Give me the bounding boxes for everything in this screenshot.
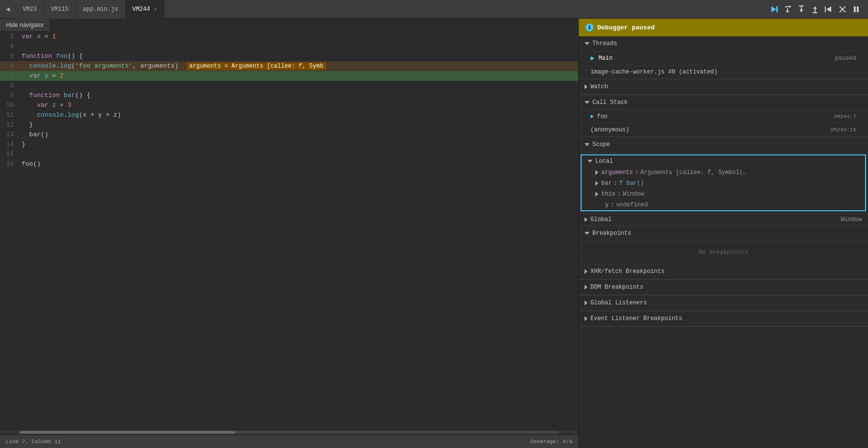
step-into-icon[interactable]: [795, 3, 807, 15]
global-listeners-section: Global Listeners: [579, 296, 868, 311]
deactivate-breakpoints-icon[interactable]: [837, 3, 848, 15]
scope-global-row[interactable]: Global Window: [579, 213, 868, 225]
svg-rect-16: [857, 6, 859, 12]
code-line-10: 10 var z = 3: [0, 100, 578, 110]
tab-bar: ◀ VM23 VM115 app.min.js VM244 ✕: [0, 0, 868, 19]
svg-marker-0: [771, 6, 776, 12]
callstack-header[interactable]: Call Stack: [579, 95, 868, 110]
step-out-icon[interactable]: [809, 3, 821, 15]
thread-main[interactable]: ► Main paused: [579, 51, 868, 66]
code-line-11: 11 console.log(x + y + z): [0, 110, 578, 120]
callstack-item-anon[interactable]: (anonymous) VM244:16: [579, 124, 868, 137]
svg-rect-15: [854, 6, 856, 12]
hide-navigator-button[interactable]: Hide navigator: [0, 19, 50, 32]
scope-header[interactable]: Scope: [579, 137, 868, 152]
code-line-5: 5 function foo() {: [0, 51, 578, 61]
code-line-12: 12 }: [0, 120, 578, 130]
code-line-4: 4: [0, 42, 578, 51]
scope-section: Scope Local arguments : Arguments [calle…: [579, 137, 868, 226]
scope-expand-this-icon: [595, 192, 598, 197]
global-listeners-header[interactable]: Global Listeners: [579, 296, 868, 311]
pause-on-exception-icon[interactable]: [850, 3, 862, 15]
thread-worker-name: image-cache-worker.js #0 (activated): [590, 69, 717, 75]
dom-section: DOM Breakpoints: [579, 280, 868, 296]
breakpoints-header[interactable]: Breakpoints: [579, 226, 868, 241]
debugger-toolbar: [762, 0, 868, 19]
global-listeners-label: Global Listeners: [590, 299, 647, 306]
event-listener-label: Event Listener Breakpoints: [590, 315, 682, 322]
thread-main-status: paused: [835, 55, 856, 62]
xhr-section: XHR/fetch Breakpoints: [579, 264, 868, 280]
tab-vm244[interactable]: VM244 ✕: [126, 0, 165, 19]
scope-prop-this[interactable]: this : Window: [582, 189, 865, 199]
xhr-label: XHR/fetch Breakpoints: [590, 268, 664, 275]
step-left-icon[interactable]: [823, 3, 835, 15]
scope-global-label: Global: [590, 216, 612, 223]
breakpoints-collapse-icon: [585, 232, 589, 235]
threads-label: Threads: [592, 40, 617, 47]
scope-prop-arguments[interactable]: arguments : Arguments [callee: f, Symbol…: [582, 167, 865, 178]
breakpoints-section: Breakpoints No breakpoints: [579, 226, 868, 264]
scope-local-label: Local: [595, 158, 613, 165]
code-line-9: 9 function bar() {: [0, 91, 578, 100]
main-area: Hide navigator 3 var x = 1 4 5 function …: [0, 19, 868, 448]
xhr-expand-icon: [585, 269, 587, 274]
event-listener-section: Event Listener Breakpoints: [579, 311, 868, 327]
callstack-anon-file: VM244:16: [830, 127, 856, 133]
event-listener-expand-icon: [585, 316, 587, 321]
threads-section: Threads ► Main paused image-cache-worker…: [579, 36, 868, 79]
dom-expand-icon: [585, 285, 587, 290]
scope-prop-y: y : undefined: [582, 199, 865, 210]
callstack-active-icon: ►: [590, 113, 594, 120]
svg-marker-11: [826, 6, 831, 12]
tab-app-min-js[interactable]: app.min.js: [76, 0, 126, 19]
thread-worker[interactable]: image-cache-worker.js #0 (activated): [579, 66, 868, 79]
cursor-position: Line 7, Column 11: [6, 439, 61, 445]
code-line-13: 13 bar(): [0, 130, 578, 140]
debugger-paused-banner: i Debugger paused: [579, 19, 868, 36]
callstack-collapse-icon: [585, 101, 589, 104]
watch-header[interactable]: Watch: [579, 79, 868, 95]
tab-close-button[interactable]: ✕: [154, 6, 157, 12]
watch-section: Watch: [579, 79, 868, 95]
scope-local-icon: [587, 160, 592, 163]
dom-label: DOM Breakpoints: [590, 284, 643, 291]
scope-expand-bar-icon: [595, 181, 598, 186]
nav-back-button[interactable]: ◀: [0, 0, 16, 19]
callstack-foo-file: VM244:7: [834, 114, 856, 120]
horizontal-scrollbar[interactable]: [0, 429, 578, 434]
tab-vm23[interactable]: VM23: [16, 0, 44, 19]
step-over-icon[interactable]: [782, 3, 793, 15]
callstack-foo-name: foo: [597, 113, 608, 120]
svg-rect-1: [776, 6, 778, 12]
svg-marker-4: [786, 11, 790, 13]
code-line-7: 7 var y = 2: [0, 71, 578, 81]
debugger-paused-label: Debugger paused: [597, 24, 655, 31]
scope-local-header[interactable]: Local: [582, 155, 865, 167]
callstack-section: Call Stack ► foo VM244:7 (anonymous) VM2…: [579, 95, 868, 137]
code-editor[interactable]: 3 var x = 1 4 5 function foo() { 6 conso…: [0, 32, 578, 429]
code-line-14: 14 }: [0, 140, 578, 149]
threads-collapse-icon: [585, 42, 589, 45]
scope-global-val: Window: [841, 216, 862, 223]
scope-collapse-icon: [585, 143, 589, 146]
breakpoints-label: Breakpoints: [592, 230, 631, 237]
watch-expand-icon: [585, 84, 587, 89]
callstack-label: Call Stack: [592, 99, 628, 106]
code-line-15: 15: [0, 149, 578, 159]
threads-header[interactable]: Threads: [579, 36, 868, 51]
scope-expand-icon: [595, 170, 598, 175]
event-listener-header[interactable]: Event Listener Breakpoints: [579, 311, 868, 326]
info-icon: i: [586, 24, 593, 31]
xhr-header[interactable]: XHR/fetch Breakpoints: [579, 264, 868, 279]
tab-vm115[interactable]: VM115: [44, 0, 76, 19]
scope-prop-bar[interactable]: bar : f bar(): [582, 178, 865, 189]
code-line-16: 16 foo(): [0, 159, 578, 169]
callstack-item-foo[interactable]: ► foo VM244:7: [579, 110, 868, 124]
resume-icon[interactable]: [768, 3, 780, 15]
svg-marker-9: [813, 6, 817, 9]
dom-header[interactable]: DOM Breakpoints: [579, 280, 868, 295]
coverage-status: Coverage: n/a: [530, 439, 572, 445]
scope-local-container: Local arguments : Arguments [callee: f, …: [581, 154, 866, 211]
callstack-anon-name: (anonymous): [590, 126, 629, 133]
